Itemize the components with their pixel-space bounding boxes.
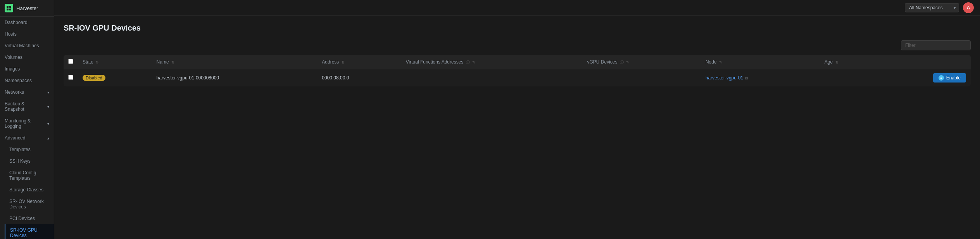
col-name-label: Name [157,59,169,65]
table-body: Disabled harvester-vgpu-01-000008000 000… [64,69,971,87]
sidebar-item-label: Cloud Config Templates [9,170,49,181]
sidebar-item-images[interactable]: Images [0,63,54,75]
col-vgpu-devices: vGPU Devices ⓘ ⇅ [582,55,700,69]
user-initials: A [967,5,970,10]
col-address: Address ⇅ [317,55,401,69]
row-checkbox-cell [64,69,78,87]
page-title: SR-IOV GPU Devices [64,24,971,33]
sidebar-item-label: Monitoring & Logging [5,118,45,129]
enable-icon: ● [939,75,944,81]
sidebar-item-hosts[interactable]: Hosts [0,28,54,40]
enable-label: Enable [946,75,961,81]
col-actions [873,55,971,69]
sidebar-item-label: SSH Keys [9,158,31,164]
sidebar-item-advanced[interactable]: Advanced ▴ [0,132,54,144]
sidebar-item-label: Images [5,66,20,72]
sidebar: Harvester Dashboard Hosts Virtual Machin… [0,0,54,239]
sidebar-item-label: Virtual Machines [5,43,39,48]
row-age-cell [820,69,873,87]
sidebar-item-label: Volumes [5,55,22,60]
sort-icon: ⇅ [472,60,475,64]
row-node-cell: harvester-vgpu-01 ⧉ [701,69,820,87]
topbar: All Namespaces default harvester-system … [54,0,980,16]
svg-rect-0 [7,6,9,8]
sidebar-item-virtual-machines[interactable]: Virtual Machines [0,40,54,52]
node-link-text: harvester-vgpu-01 [706,75,743,81]
col-age-label: Age [825,59,833,65]
avatar[interactable]: A [963,2,974,13]
sidebar-item-label: Dashboard [5,20,28,25]
svg-rect-2 [7,9,9,10]
sidebar-item-pci-devices[interactable]: PCI Devices [5,213,54,224]
sidebar-item-cloud-config-templates[interactable]: Cloud Config Templates [5,167,54,184]
col-vfa-label: Virtual Functions Addresses [406,59,464,65]
row-vfa-cell [401,69,583,87]
sidebar-item-networks[interactable]: Networks ▾ [0,86,54,98]
row-address-cell: 0000:08:00.0 [317,69,401,87]
row-state-cell: Disabled [78,69,152,87]
col-state: State ⇅ [78,55,152,69]
table-row: Disabled harvester-vgpu-01-000008000 000… [64,69,971,87]
sidebar-item-volumes[interactable]: Volumes [0,52,54,63]
sort-icon: ⇅ [342,60,345,64]
sort-icon: ⇅ [171,60,174,64]
col-state-label: State [83,59,93,65]
namespace-select[interactable]: All Namespaces default harvester-system [905,3,959,12]
main-content: All Namespaces default harvester-system … [54,0,980,239]
col-vgpu-label: vGPU Devices [587,59,617,65]
sidebar-item-templates[interactable]: Templates [5,144,54,155]
sidebar-item-label: SR-IOV GPU Devices [10,227,49,238]
sidebar-item-label: Backup & Snapshot [5,101,45,112]
sort-icon: ⇅ [626,60,629,64]
col-address-label: Address [322,59,339,65]
sort-icon: ⇅ [96,60,99,64]
filter-input[interactable] [901,40,971,50]
chevron-up-icon: ▴ [47,136,49,140]
sidebar-item-label: Hosts [5,31,17,37]
select-all-header [64,55,78,69]
sidebar-item-ssh-keys[interactable]: SSH Keys [5,155,54,167]
col-name: Name ⇅ [152,55,317,69]
svg-rect-3 [9,9,11,10]
col-node: Node ⇅ [701,55,820,69]
node-link[interactable]: harvester-vgpu-01 ⧉ [706,75,748,81]
sidebar-item-namespaces[interactable]: Namespaces [0,75,54,86]
status-badge: Disabled [83,75,105,81]
namespace-selector-wrapper: All Namespaces default harvester-system [905,3,959,12]
chevron-down-icon: ▾ [47,122,49,126]
sidebar-item-dashboard[interactable]: Dashboard [0,17,54,28]
filter-bar [64,40,971,50]
select-all-checkbox[interactable] [68,59,73,64]
sidebar-item-label: Networks [5,89,24,95]
enable-button[interactable]: ● Enable [933,73,966,83]
row-vgpu-cell [582,69,700,87]
svg-rect-1 [9,6,11,8]
logo-icon [5,4,13,12]
col-node-label: Node [706,59,717,65]
sidebar-item-label: Templates [9,147,31,152]
sr-iov-gpu-devices-table: State ⇅ Name ⇅ Address ⇅ Virtual Functio… [64,55,971,86]
col-age: Age ⇅ [820,55,873,69]
row-action-cell: ● Enable [873,69,971,87]
sidebar-item-monitoring-logging[interactable]: Monitoring & Logging ▾ [0,115,54,132]
sidebar-item-sr-iov-network-devices[interactable]: SR-IOV Network Devices [5,196,54,213]
sidebar-item-label: Namespaces [5,78,32,83]
chevron-down-icon: ▾ [47,90,49,95]
sidebar-item-backup-snapshot[interactable]: Backup & Snapshot ▾ [0,98,54,115]
sidebar-item-storage-classes[interactable]: Storage Classes [5,184,54,196]
sort-icon: ⇅ [719,60,722,64]
sidebar-item-sr-iov-gpu-devices[interactable]: SR-IOV GPU Devices [5,224,54,239]
row-name-cell: harvester-vgpu-01-000008000 [152,69,317,87]
col-virtual-functions-addresses: Virtual Functions Addresses ⓘ ⇅ [401,55,583,69]
row-name: harvester-vgpu-01-000008000 [157,75,219,81]
info-icon: ⓘ [466,60,470,64]
table-header: State ⇅ Name ⇅ Address ⇅ Virtual Functio… [64,55,971,69]
sidebar-item-label: SR-IOV Network Devices [9,199,49,210]
page-content: SR-IOV GPU Devices State ⇅ Name ⇅ [54,16,980,239]
sort-icon: ⇅ [835,60,839,64]
sidebar-item-label: Advanced [5,135,25,141]
row-checkbox[interactable] [68,75,73,80]
app-name: Harvester [16,5,38,11]
info-icon: ⓘ [620,60,624,64]
copy-icon[interactable]: ⧉ [745,76,748,81]
